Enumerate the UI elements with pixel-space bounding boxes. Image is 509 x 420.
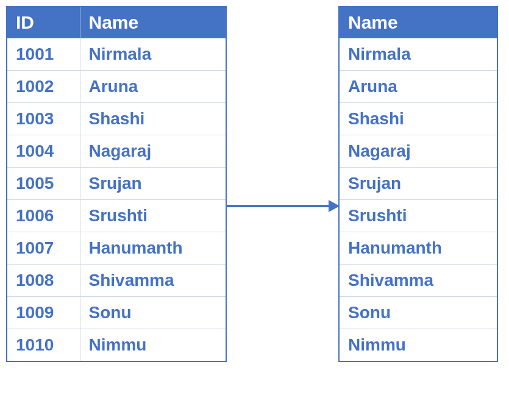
header-name: Name (339, 7, 497, 38)
table-row: 1010 Nimmu (7, 329, 226, 362)
cell-id: 1009 (7, 297, 80, 329)
cell-name: Shivamma (80, 265, 226, 297)
table-header-row: Name (339, 7, 497, 38)
table-row: Nagaraj (339, 135, 497, 168)
cell-name: Nimmu (80, 329, 226, 362)
table-row: 1007 Hanumanth (7, 232, 226, 265)
cell-name: Shashi (80, 103, 226, 135)
arrow-container (227, 6, 338, 420)
cell-name: Shivamma (339, 265, 497, 297)
table-row: Aruna (339, 71, 497, 103)
cell-name: Srushti (80, 200, 226, 232)
table-row: 1002 Aruna (7, 71, 226, 103)
cell-id: 1003 (7, 103, 80, 135)
cell-id: 1004 (7, 135, 80, 168)
cell-name: Nirmala (339, 38, 497, 71)
cell-name: Sonu (80, 297, 226, 329)
table-row: Srushti (339, 200, 497, 232)
cell-id: 1010 (7, 329, 80, 362)
tables-container: ID Name 1001 Nirmala 1002 Aruna 1003 Sha… (6, 6, 503, 420)
table-row: 1001 Nirmala (7, 38, 226, 71)
header-id: ID (7, 7, 80, 38)
table-row: Shashi (339, 103, 497, 135)
cell-id: 1007 (7, 232, 80, 265)
cell-name: Hanumanth (339, 232, 497, 265)
cell-name: Hanumanth (80, 232, 226, 265)
result-table: Name Nirmala Aruna Shashi Nagaraj Srujan… (338, 6, 498, 362)
cell-id: 1005 (7, 168, 80, 200)
table-row: 1004 Nagaraj (7, 135, 226, 168)
table-row: Hanumanth (339, 232, 497, 265)
table-header-row: ID Name (7, 7, 226, 38)
arrow-icon (227, 205, 338, 207)
cell-name: Nagaraj (80, 135, 226, 168)
table-row: Nimmu (339, 329, 497, 362)
table-row: 1006 Srushti (7, 200, 226, 232)
cell-name: Srushti (339, 200, 497, 232)
table-row: Sonu (339, 297, 497, 329)
table-row: Srujan (339, 168, 497, 200)
cell-name: Srujan (339, 168, 497, 200)
cell-name: Nimmu (339, 329, 497, 362)
cell-name: Aruna (339, 71, 497, 103)
table-row: Nirmala (339, 38, 497, 71)
table-row: Shivamma (339, 265, 497, 297)
table-row: 1009 Sonu (7, 297, 226, 329)
cell-name: Srujan (80, 168, 226, 200)
cell-name: Nagaraj (339, 135, 497, 168)
table-row: 1005 Srujan (7, 168, 226, 200)
source-table: ID Name 1001 Nirmala 1002 Aruna 1003 Sha… (6, 6, 227, 362)
cell-id: 1002 (7, 71, 80, 103)
cell-name: Aruna (80, 71, 226, 103)
header-name: Name (80, 7, 226, 38)
cell-id: 1006 (7, 200, 80, 232)
cell-name: Sonu (339, 297, 497, 329)
table-row: 1008 Shivamma (7, 265, 226, 297)
cell-name: Nirmala (80, 38, 226, 71)
cell-name: Shashi (339, 103, 497, 135)
cell-id: 1001 (7, 38, 80, 71)
table-row: 1003 Shashi (7, 103, 226, 135)
cell-id: 1008 (7, 265, 80, 297)
